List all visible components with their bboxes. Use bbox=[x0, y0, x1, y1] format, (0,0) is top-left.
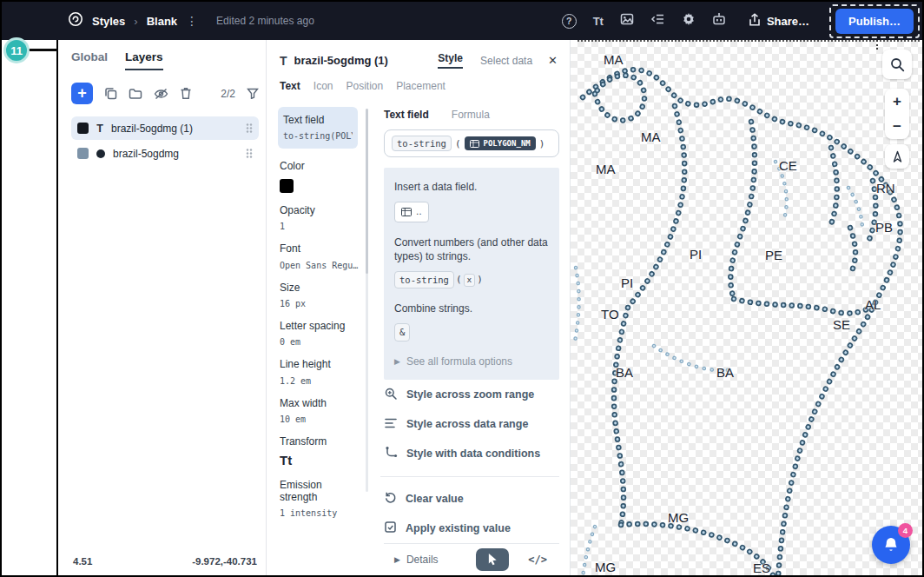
style-with-data-conditions[interactable]: Style with data conditions bbox=[384, 439, 559, 468]
ampersand-chip[interactable]: & bbox=[394, 323, 410, 341]
zoom-in-button[interactable]: + bbox=[885, 89, 909, 114]
layer-row-text[interactable]: T brazil-5ogdmg (1) bbox=[71, 116, 259, 140]
style-panel-footer: ▶ Details </> bbox=[384, 543, 559, 575]
map-state-label: BA bbox=[616, 365, 633, 380]
property-max-width[interactable]: Max width 10 em bbox=[280, 397, 360, 424]
property-size[interactable]: Size 16 px bbox=[280, 282, 360, 308]
robot-icon[interactable] bbox=[712, 12, 726, 30]
map-state-label: ES bbox=[753, 560, 770, 575]
map-state-label: RN bbox=[876, 181, 895, 196]
color-swatch[interactable] bbox=[280, 179, 294, 193]
tab-select-data[interactable]: Select data bbox=[480, 55, 532, 67]
to-string-chip[interactable]: to-string bbox=[394, 271, 454, 288]
property-label: Transform bbox=[280, 435, 360, 448]
scrollbar-thumb[interactable] bbox=[366, 109, 368, 274]
code-view-icon[interactable]: </> bbox=[528, 554, 547, 566]
map-search-button[interactable] bbox=[882, 50, 912, 79]
style-across-data-range[interactable]: Style across data range bbox=[384, 410, 559, 439]
tab-style[interactable]: Style bbox=[438, 52, 463, 69]
tab-formula[interactable]: Formula bbox=[452, 109, 490, 121]
property-transform[interactable]: Transform Tt bbox=[280, 435, 360, 467]
property-label: Max width bbox=[280, 397, 360, 409]
property-font[interactable]: Font Open Sans Regu… bbox=[280, 242, 360, 269]
notifications-button[interactable]: 4 bbox=[872, 526, 910, 564]
tab-global[interactable]: Global bbox=[71, 50, 108, 70]
style-panel-header: T brazil-5ogdmg (1) Style Select data ✕ bbox=[267, 40, 570, 69]
circle-layer-icon bbox=[96, 149, 105, 158]
property-color[interactable]: Color bbox=[280, 160, 360, 192]
data-field-chip[interactable]: POLYGON_NM bbox=[465, 136, 536, 150]
share-button[interactable]: Share… bbox=[749, 13, 809, 30]
details-toggle[interactable]: ▶ Details bbox=[394, 554, 439, 566]
transform-tt-icon[interactable]: Tt bbox=[280, 453, 360, 468]
see-all-formula-options[interactable]: ▶ See all formula options bbox=[394, 355, 549, 368]
insert-data-field-button[interactable]: ‥ bbox=[394, 202, 429, 222]
hide-layers-eye-off-icon[interactable] bbox=[154, 88, 168, 100]
publish-button[interactable]: Publish… bbox=[835, 9, 914, 34]
breadcrumb-doc-title[interactable]: Blank bbox=[147, 15, 177, 28]
map-state-label: PI bbox=[621, 275, 633, 290]
breadcrumb-app[interactable]: Styles bbox=[92, 15, 125, 28]
layer-row-circle[interactable]: brazil-5ogdmg bbox=[71, 142, 259, 165]
legend-list-icon[interactable] bbox=[650, 12, 665, 30]
layer-name[interactable]: brazil-5ogdmg bbox=[113, 148, 179, 160]
settings-gear-icon[interactable] bbox=[682, 12, 696, 30]
drag-handle-icon[interactable] bbox=[246, 123, 253, 134]
map-state-label: MA bbox=[604, 52, 624, 67]
property-value: 10 em bbox=[280, 415, 360, 424]
annotation-badge-11: 11 bbox=[3, 37, 30, 63]
doc-menu-kebab-icon[interactable]: ⋮ bbox=[186, 14, 199, 28]
tab-layers[interactable]: Layers bbox=[125, 50, 163, 70]
apply-existing-value-button[interactable]: Apply existing value bbox=[384, 514, 559, 543]
property-text-field[interactable]: Text field to-string(POLY… bbox=[278, 107, 358, 149]
tab-text-field[interactable]: Text field bbox=[384, 109, 429, 121]
annotation-dashed-tick bbox=[876, 40, 878, 50]
zoom-out-button[interactable]: − bbox=[885, 114, 909, 139]
clear-value-button[interactable]: Clear value bbox=[384, 484, 559, 514]
add-layer-button[interactable]: + bbox=[71, 83, 93, 104]
select-cursor-button[interactable] bbox=[476, 548, 509, 571]
property-line-height[interactable]: Line height 1.2 em bbox=[280, 358, 360, 385]
help-icon[interactable]: ? bbox=[562, 14, 577, 29]
map-state-label: PI bbox=[690, 247, 702, 262]
subtab-position[interactable]: Position bbox=[346, 80, 383, 92]
image-tool-icon[interactable] bbox=[620, 12, 634, 30]
help-convert-text: Convert numbers (and other data types) t… bbox=[394, 235, 549, 263]
style-across-zoom-range[interactable]: Style across zoom range bbox=[384, 380, 559, 410]
property-letter-spacing[interactable]: Letter spacing 0 em bbox=[280, 320, 360, 347]
felt-logo[interactable] bbox=[68, 11, 83, 30]
paren-open: ( bbox=[456, 274, 462, 287]
property-label: Emission strength bbox=[280, 479, 360, 504]
close-icon[interactable]: ✕ bbox=[548, 54, 558, 67]
panel-tabs: Global Layers bbox=[71, 50, 259, 70]
formula-input[interactable]: to-string ( POLYGON_NM ) bbox=[384, 129, 559, 157]
property-opacity[interactable]: Opacity 1 bbox=[280, 204, 360, 231]
subtab-text[interactable]: Text bbox=[280, 80, 300, 92]
annotation-connector-line bbox=[28, 49, 58, 51]
locate-button[interactable] bbox=[885, 144, 909, 169]
paren-close: ) bbox=[539, 138, 545, 149]
style-editor-panel: T brazil-5ogdmg (1) Style Select data ✕ … bbox=[267, 40, 571, 575]
layer-color-swatch[interactable] bbox=[77, 148, 89, 159]
delete-trash-icon[interactable] bbox=[180, 87, 192, 100]
property-value: to-string(POLY… bbox=[283, 131, 353, 141]
subtab-icon[interactable]: Icon bbox=[314, 80, 333, 92]
property-value: 1.2 em bbox=[280, 376, 360, 386]
folder-icon[interactable] bbox=[129, 88, 142, 100]
property-value: 16 px bbox=[280, 299, 360, 308]
map-canvas[interactable]: MAMAMACERNPBPIPEPITOALSEBABAMGMGES + − 4 bbox=[571, 40, 922, 575]
property-emission-strength[interactable]: Emission strength 1 intensity bbox=[280, 479, 360, 519]
filter-icon[interactable] bbox=[247, 88, 259, 99]
subtab-placement[interactable]: Placement bbox=[396, 80, 446, 92]
action-label: Style across data range bbox=[406, 418, 528, 430]
layer-name[interactable]: brazil-5ogdmg (1) bbox=[111, 123, 193, 135]
text-tool-icon[interactable]: Tt bbox=[593, 15, 604, 28]
map-state-label: MG bbox=[668, 510, 689, 525]
duplicate-icon[interactable] bbox=[104, 87, 117, 100]
drag-handle-icon[interactable] bbox=[246, 148, 253, 159]
layer-color-swatch[interactable] bbox=[77, 123, 89, 134]
map-state-label: MG bbox=[595, 560, 616, 574]
zoom-control: + − bbox=[885, 89, 909, 139]
data-conditions-icon bbox=[384, 446, 398, 461]
formula-function-chip[interactable]: to-string bbox=[392, 136, 452, 151]
